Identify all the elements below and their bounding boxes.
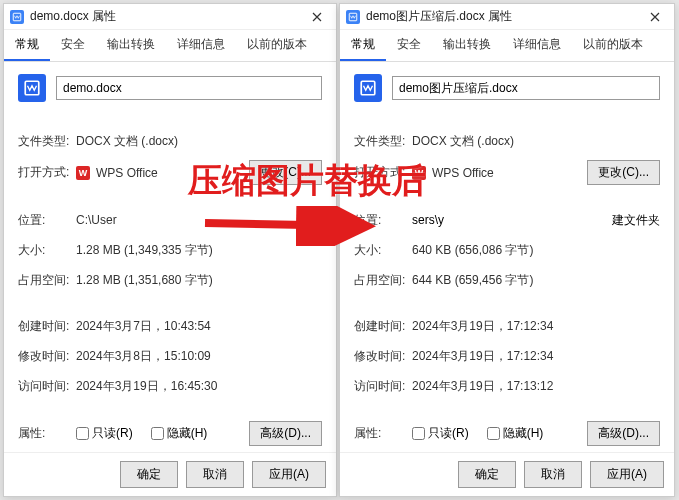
change-button[interactable]: 更改(C)... [587,160,660,185]
label-created: 创建时间: [18,318,76,335]
cancel-button[interactable]: 取消 [524,461,582,488]
document-icon [346,10,360,24]
properties-window-right: demo图片压缩后.docx 属性 常规 安全 输出转换 详细信息 以前的版本 … [339,3,675,497]
content-area: 文件类型:DOCX 文档 (.docx) 打开方式: W WPS Office … [340,62,674,452]
svg-rect-0 [13,13,21,21]
advanced-button[interactable]: 高级(D)... [587,421,660,446]
tab-security[interactable]: 安全 [386,30,432,61]
value-accessed: 2024年3月19日，17:13:12 [412,378,660,395]
tab-details[interactable]: 详细信息 [166,30,236,61]
properties-window-left: demo.docx 属性 常规 安全 输出转换 详细信息 以前的版本 文件类型:… [3,3,337,497]
hidden-checkbox[interactable] [487,427,500,440]
titlebar: demo.docx 属性 [4,4,336,30]
wps-icon: W [76,166,90,180]
tab-details[interactable]: 详细信息 [502,30,572,61]
content-area: 文件类型:DOCX 文档 (.docx) 打开方式: W WPS Office … [4,62,336,452]
readonly-checkbox[interactable] [412,427,425,440]
footer: 确定 取消 应用(A) [340,452,674,496]
apply-button[interactable]: 应用(A) [590,461,664,488]
file-type-icon [18,74,46,102]
value-created: 2024年3月19日，17:12:34 [412,318,660,335]
value-disk-size: 644 KB (659,456 字节) [412,272,660,289]
label-accessed: 访问时间: [354,378,412,395]
readonly-checkbox[interactable] [76,427,89,440]
footer: 确定 取消 应用(A) [4,452,336,496]
label-modified: 修改时间: [354,348,412,365]
value-accessed: 2024年3月19日，16:45:30 [76,378,322,395]
document-icon [10,10,24,24]
readonly-checkbox-group[interactable]: 只读(R) [412,425,469,442]
label-created: 创建时间: [354,318,412,335]
value-file-type: DOCX 文档 (.docx) [76,133,322,150]
label-disk-size: 占用空间: [354,272,412,289]
tab-bar: 常规 安全 输出转换 详细信息 以前的版本 [340,30,674,62]
advanced-button[interactable]: 高级(D)... [249,421,322,446]
label-size: 大小: [18,242,76,259]
value-file-type: DOCX 文档 (.docx) [412,133,660,150]
filename-input[interactable] [56,76,322,100]
value-created: 2024年3月7日，10:43:54 [76,318,322,335]
svg-rect-1 [25,81,39,95]
tab-general[interactable]: 常规 [340,30,386,61]
cancel-button[interactable]: 取消 [186,461,244,488]
titlebar: demo图片压缩后.docx 属性 [340,4,674,30]
value-modified: 2024年3月8日，15:10:09 [76,348,322,365]
tab-general[interactable]: 常规 [4,30,50,61]
label-modified: 修改时间: [18,348,76,365]
label-file-type: 文件类型: [354,133,412,150]
close-button[interactable] [302,6,332,28]
hidden-checkbox[interactable] [151,427,164,440]
filename-input[interactable] [392,76,660,100]
label-file-type: 文件类型: [18,133,76,150]
window-title: demo.docx 属性 [30,8,302,25]
readonly-checkbox-group[interactable]: 只读(R) [76,425,133,442]
tab-bar: 常规 安全 输出转换 详细信息 以前的版本 [4,30,336,62]
ok-button[interactable]: 确定 [458,461,516,488]
tab-previous[interactable]: 以前的版本 [572,30,654,61]
readonly-label: 只读(R) [428,425,469,442]
tab-security[interactable]: 安全 [50,30,96,61]
ok-button[interactable]: 确定 [120,461,178,488]
value-open-with: WPS Office [432,166,587,180]
hidden-checkbox-group[interactable]: 隐藏(H) [151,425,208,442]
tab-previous[interactable]: 以前的版本 [236,30,318,61]
svg-rect-3 [361,81,375,95]
value-size: 640 KB (656,086 字节) [412,242,660,259]
value-location-prefix: sers\y [412,213,444,227]
hidden-label: 隐藏(H) [503,425,544,442]
annotation-text: 压缩图片替换后 [188,158,426,204]
label-disk-size: 占用空间: [18,272,76,289]
tab-output[interactable]: 输出转换 [96,30,166,61]
window-title: demo图片压缩后.docx 属性 [366,8,640,25]
value-disk-size: 1.28 MB (1,351,680 字节) [76,272,322,289]
label-attributes: 属性: [18,425,76,442]
annotation-arrow-icon [200,206,380,246]
value-modified: 2024年3月19日，17:12:34 [412,348,660,365]
close-button[interactable] [640,6,670,28]
label-location: 位置: [18,212,76,229]
label-open-with: 打开方式: [18,164,76,181]
apply-button[interactable]: 应用(A) [252,461,326,488]
readonly-label: 只读(R) [92,425,133,442]
label-attributes: 属性: [354,425,412,442]
hidden-label: 隐藏(H) [167,425,208,442]
svg-line-4 [205,223,360,226]
hidden-checkbox-group[interactable]: 隐藏(H) [487,425,544,442]
file-type-icon [354,74,382,102]
value-location-suffix: 建文件夹 [612,212,660,229]
svg-rect-2 [349,13,357,21]
label-accessed: 访问时间: [18,378,76,395]
tab-output[interactable]: 输出转换 [432,30,502,61]
